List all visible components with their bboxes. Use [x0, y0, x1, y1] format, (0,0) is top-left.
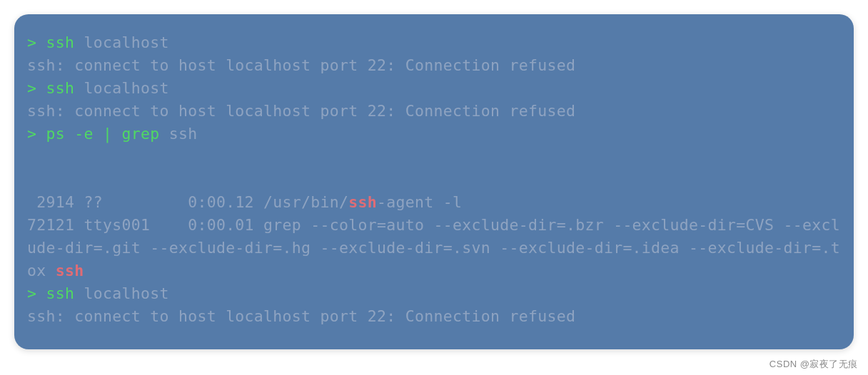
prompt: >: [27, 125, 36, 143]
prompt: >: [27, 284, 36, 302]
cmd-green: ssh: [46, 284, 75, 302]
terminal-output: > ssh localhost ssh: connect to host loc…: [27, 31, 841, 328]
cmd-green: ps -e | grep: [46, 125, 160, 143]
grep-match: ssh: [348, 193, 377, 211]
stdout-line: ssh: connect to host localhost port 22: …: [27, 56, 575, 74]
watermark-text: CSDN @寂夜了无痕: [769, 358, 858, 371]
grep-match: ssh: [56, 262, 84, 279]
ps-line-post: -agent -l: [377, 193, 462, 211]
cmd-green: ssh: [46, 79, 75, 97]
cmd-arg: ssh: [159, 125, 197, 143]
cmd-arg: localhost: [74, 284, 168, 302]
prompt: >: [27, 34, 36, 51]
cmd-green: ssh: [46, 34, 75, 51]
prompt: >: [27, 79, 36, 97]
cmd-arg: localhost: [74, 34, 168, 51]
terminal-window[interactable]: > ssh localhost ssh: connect to host loc…: [14, 14, 854, 349]
ps-line-pre: 2914 ?? 0:00.12 /usr/bin/: [27, 193, 348, 211]
cmd-arg: localhost: [74, 79, 168, 97]
stdout-line: ssh: connect to host localhost port 22: …: [27, 307, 575, 325]
ps-line-wrap: 72121 ttys001 0:00.01 grep --color=auto …: [27, 216, 840, 279]
stdout-line: ssh: connect to host localhost port 22: …: [27, 102, 575, 120]
